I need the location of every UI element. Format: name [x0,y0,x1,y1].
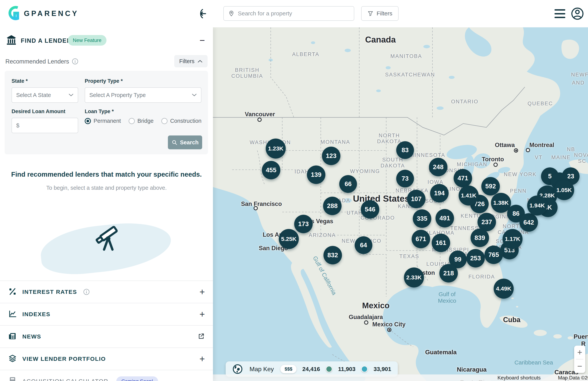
sidebar-item-indexes[interactable]: INDEXES+ [0,303,213,325]
cluster-marker-5.25K[interactable]: 5.25K [279,229,299,249]
cluster-marker-2.33K[interactable]: 2.33K [404,267,424,287]
cluster-marker-248[interactable]: 248 [429,158,447,176]
property-type-select[interactable]: Select A Property Type [85,87,201,103]
top-bar: GPARENCY Filters [0,0,588,27]
search-button-label: Search [180,139,199,146]
radio-dot-icon [161,118,168,124]
cluster-marker-1.41K[interactable]: 1.41K [459,185,479,205]
region-label: BRITISH COLUMBIA [231,67,263,79]
expand-plus-icon[interactable]: + [199,355,205,363]
cluster-marker-83[interactable]: 83 [396,141,414,159]
cluster-marker-173[interactable]: 173 [294,215,313,233]
sidebar-item-news[interactable]: NEWS [0,325,213,347]
app-name: GPARENCY [24,9,79,18]
city-label: Toronto [482,156,504,163]
profile-avatar-icon[interactable] [571,7,584,20]
filters-toggle-label: Filters [179,58,194,64]
cluster-marker-471[interactable]: 471 [454,169,472,187]
cluster-marker-123[interactable]: 123 [322,147,340,165]
loan-type-radio-bridge[interactable]: Bridge [129,118,154,124]
expand-plus-icon[interactable]: + [199,288,205,296]
cluster-marker-335[interactable]: 335 [413,209,431,228]
region-label: ALBERTA [292,51,319,57]
country-label: Nicaragua [457,366,487,373]
zoom-out-button[interactable]: − [574,360,585,373]
cluster-marker-455[interactable]: 455 [262,161,280,179]
cluster-marker-66[interactable]: 66 [339,175,357,193]
region-label: AND [572,80,585,86]
menu-icon[interactable] [554,9,565,18]
cluster-marker-1.23K[interactable]: 1.23K [266,139,286,159]
collapse-section-icon[interactable]: − [199,36,205,45]
sidebar-item-interest-rates[interactable]: INTEREST RATES+ [0,281,213,303]
cluster-marker-839[interactable]: 839 [471,229,489,247]
cluster-marker-1.17K[interactable]: 1.17K [503,229,523,249]
city-label: Ottawa [495,142,515,149]
gparency-logo[interactable]: GPARENCY [8,5,79,21]
cluster-marker-139[interactable]: 139 [307,165,325,184]
region-label: MANITOBA [390,53,422,59]
cluster-marker-832[interactable]: 832 [323,246,342,264]
calculator-icon [8,376,17,381]
cluster-marker-64[interactable]: 64 [355,236,372,254]
sidebar-item-acquisition-calculator[interactable]: ACQUISITION CALCULATORComing Soon! [0,370,213,381]
region-label: ARIZONA [309,232,336,238]
search-button[interactable]: Search [168,136,202,149]
cluster-marker-491[interactable]: 491 [436,209,454,227]
search-input[interactable] [237,10,349,17]
cluster-marker-107[interactable]: 107 [407,190,425,208]
loan-amount-field [12,118,78,133]
cluster-marker-161[interactable]: 161 [432,234,450,252]
region-label: QUEBEC [527,101,553,107]
cluster-marker-288[interactable]: 288 [323,197,341,215]
cluster-marker-642[interactable]: 642 [520,213,538,232]
state-select[interactable]: Select A State [12,87,78,103]
find-a-lender-title: FIND A LENDER [21,37,71,44]
filters-button[interactable]: Filters [361,6,399,21]
city-label: Montreal [529,142,554,149]
keyboard-shortcuts-link[interactable]: Keyboard shortcuts [498,375,541,381]
key-dot-icon [326,366,332,372]
recommended-filters-toggle[interactable]: Filters [174,55,208,67]
cluster-marker-1.94K[interactable]: 1.94K [527,196,547,216]
loan-type-radio-construction[interactable]: Construction [161,118,202,124]
sidebar-item-view-lender-portfolio[interactable]: VIEW LENDER PORTFOLIO+ [0,347,213,370]
map-canvas[interactable]: Gulf of MexicoGulf of CaliforniaCaribbea… [213,27,588,381]
zoom-in-button[interactable]: + [574,346,585,359]
city-dot [387,328,391,332]
cluster-marker-218[interactable]: 218 [439,264,458,282]
cluster-marker-671[interactable]: 671 [412,230,430,248]
expand-plus-icon[interactable]: + [199,310,205,318]
loan-type-radio-permanent[interactable]: Permanent [85,118,121,124]
info-icon[interactable] [72,58,78,66]
cluster-marker-546[interactable]: 546 [361,200,379,219]
info-icon[interactable] [83,289,90,295]
cluster-marker-1.05K[interactable]: 1.05K [554,180,574,200]
region-label: SOUTH DAKOTA [380,157,405,169]
country-label: United States [353,193,410,204]
loan-amount-input[interactable] [12,118,78,133]
cluster-marker-194[interactable]: 194 [430,184,449,202]
cluster-marker-253[interactable]: 253 [466,249,485,267]
cluster-marker-4.49K[interactable]: 4.49K [494,279,514,299]
cluster-marker-73[interactable]: 73 [396,170,414,187]
map-copyright: Map Data ©20 [558,375,588,381]
location-pin-icon [228,10,234,17]
map-key-title: Map Key [250,366,274,373]
find-a-lender-header[interactable]: FIND A LENDER New Feature − [0,33,213,48]
cluster-marker-592[interactable]: 592 [481,177,500,196]
external-link-icon[interactable] [198,333,205,341]
sidebar-collapse-icon[interactable] [196,8,208,19]
loan-amount-label: Desired Loan Amount [12,109,65,115]
radio-dot-icon [129,118,135,124]
coming-soon-badge: Coming Soon! [116,376,158,381]
property-search [223,6,354,21]
globe-icon [232,364,243,375]
key-value: 11,903 [338,366,356,372]
sidebar-item-label: INDEXES [22,311,50,318]
region-label: VT [535,155,543,160]
region-label: FLORIDA [468,274,495,280]
cluster-marker-765[interactable]: 765 [484,245,503,264]
zoom-control: + − [574,346,585,373]
sidebar-item-label: INTEREST RATES [22,289,77,295]
